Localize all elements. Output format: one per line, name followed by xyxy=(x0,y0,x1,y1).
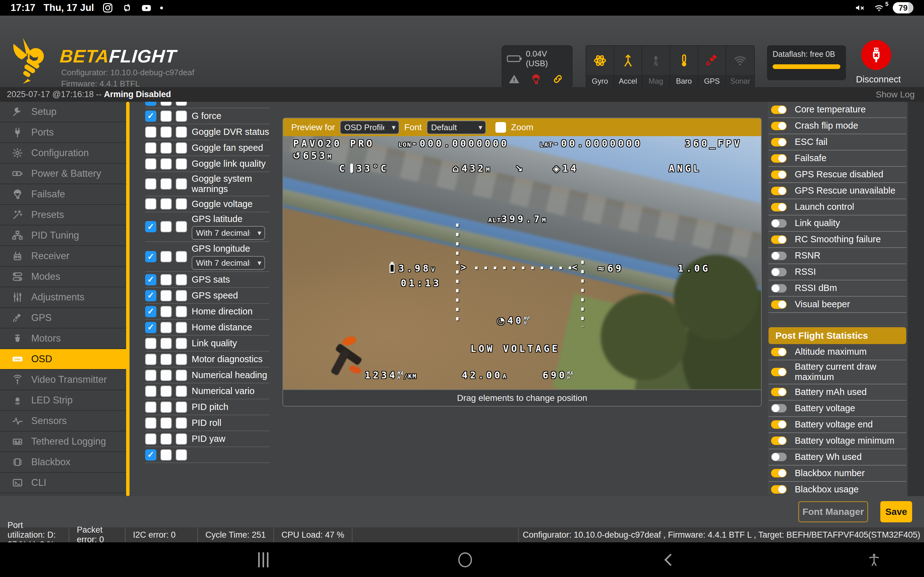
osd-element-checkbox[interactable] xyxy=(145,158,156,169)
post-flight-toggle[interactable] xyxy=(771,388,787,396)
osd-element-checkbox[interactable] xyxy=(161,434,172,445)
osd-profile-select[interactable]: OSD Profile 1 xyxy=(340,121,399,134)
osd-element-checkbox[interactable] xyxy=(176,290,187,301)
warning-toggle[interactable] xyxy=(771,171,787,179)
warning-toggle[interactable] xyxy=(771,138,787,147)
osd-element-checkbox[interactable] xyxy=(145,338,156,349)
osd-element-checkbox[interactable] xyxy=(176,385,187,397)
osd-element-checkbox[interactable] xyxy=(145,449,156,461)
sidebar-item[interactable]: Motors xyxy=(0,329,126,349)
recents-nav-icon[interactable] xyxy=(254,542,272,577)
osd-gps-latitude[interactable]: LAT-00.0000000 xyxy=(540,138,642,149)
sidebar-item[interactable]: OSD OSD xyxy=(0,349,126,370)
warning-toggle[interactable] xyxy=(771,187,787,195)
osd-element-checkbox[interactable] xyxy=(161,251,172,262)
osd-craft-name[interactable]: PAVO20 PRO xyxy=(293,138,375,149)
sidebar-item[interactable]: Setup xyxy=(0,102,126,122)
post-flight-toggle[interactable] xyxy=(771,420,787,429)
osd-flight-mode[interactable]: ANGL xyxy=(669,163,702,174)
post-flight-toggle[interactable] xyxy=(771,348,787,356)
osd-mah-used[interactable]: 690MAH xyxy=(542,370,573,380)
post-flight-toggle[interactable] xyxy=(771,453,787,461)
osd-element-checkbox[interactable] xyxy=(176,434,187,445)
osd-link-quality[interactable]: ≈69 xyxy=(597,263,624,274)
sidebar-item[interactable]: CLI xyxy=(0,473,126,493)
osd-element-checkbox[interactable] xyxy=(145,434,156,445)
osd-timer[interactable]: 01:13 xyxy=(401,277,441,288)
osd-element-checkbox[interactable] xyxy=(161,178,172,190)
osd-element-checkbox[interactable] xyxy=(161,221,172,232)
osd-crosshair-dots[interactable] xyxy=(475,267,572,269)
zoom-checkbox[interactable] xyxy=(496,122,506,133)
osd-element-checkbox[interactable] xyxy=(161,111,172,122)
osd-element-checkbox[interactable] xyxy=(145,290,156,301)
osd-element-checkbox[interactable] xyxy=(161,385,172,397)
osd-element-checkbox[interactable] xyxy=(161,306,172,317)
show-log-button[interactable]: Show Log xyxy=(876,90,914,100)
sidebar-item[interactable]: Failsafe xyxy=(0,184,126,205)
warning-toggle[interactable] xyxy=(771,154,787,163)
sidebar-item[interactable]: Sensors xyxy=(0,411,126,432)
sidebar-item[interactable]: Modes xyxy=(0,267,126,287)
osd-element-checkbox[interactable] xyxy=(176,322,187,333)
font-select[interactable]: Default xyxy=(427,121,486,134)
osd-element-checkbox[interactable] xyxy=(176,338,187,349)
sidebar-item[interactable]: Video Transmitter xyxy=(0,370,126,390)
osd-element-checkbox[interactable] xyxy=(161,102,172,106)
osd-warning-message[interactable]: LOW VOLTAGE xyxy=(470,343,560,354)
osd-element-checkbox[interactable] xyxy=(176,274,187,285)
osd-element-checkbox[interactable] xyxy=(176,126,187,138)
osd-ladder-left[interactable] xyxy=(456,224,459,325)
osd-element-checkbox[interactable] xyxy=(161,142,172,154)
osd-pilot-name[interactable]: 360_FPV xyxy=(685,138,742,149)
disconnect-button[interactable]: Disconnect xyxy=(856,40,897,85)
osd-element-checkbox[interactable] xyxy=(176,198,187,210)
osd-crosshair-right[interactable]: < xyxy=(572,262,580,272)
osd-element-checkbox[interactable] xyxy=(161,449,172,461)
osd-element-checkbox[interactable] xyxy=(176,306,187,317)
osd-element-checkbox[interactable] xyxy=(145,221,156,232)
osd-element-checkbox[interactable] xyxy=(145,274,156,285)
osd-element-checkbox[interactable] xyxy=(145,370,156,381)
osd-element-checkbox[interactable] xyxy=(145,401,156,413)
osd-altitude[interactable]: ALT399.7M xyxy=(488,214,546,224)
warning-toggle[interactable] xyxy=(771,203,787,211)
warning-toggle[interactable] xyxy=(771,268,787,276)
osd-element-checkbox[interactable] xyxy=(161,126,172,138)
osd-element-checkbox[interactable] xyxy=(161,322,172,333)
osd-home-distance[interactable]: ⌂432M xyxy=(452,163,490,174)
post-flight-toggle[interactable] xyxy=(771,368,787,376)
osd-flight-distance[interactable]: ↺653M xyxy=(293,150,332,161)
osd-efficiency[interactable]: 1234MAH/KM xyxy=(365,370,417,380)
osd-element-checkbox[interactable] xyxy=(161,338,172,349)
osd-element-checkbox[interactable] xyxy=(145,142,156,154)
osd-element-checkbox[interactable] xyxy=(161,198,172,210)
element-variant-select[interactable]: With 7 decimals xyxy=(192,256,265,270)
osd-element-checkbox[interactable] xyxy=(161,274,172,285)
osd-element-checkbox[interactable] xyxy=(176,102,187,106)
warning-toggle[interactable] xyxy=(771,235,787,244)
sidebar-item[interactable]: Configuration xyxy=(0,143,126,164)
osd-element-checkbox[interactable] xyxy=(176,221,187,232)
sidebar-item[interactable]: LED Strip xyxy=(0,390,126,411)
save-button[interactable]: Save xyxy=(880,501,912,522)
font-manager-button[interactable]: Font Manager xyxy=(798,501,868,522)
osd-element-checkbox[interactable] xyxy=(176,401,187,413)
osd-element-checkbox[interactable] xyxy=(145,322,156,333)
accessibility-nav-icon[interactable] xyxy=(865,542,884,577)
osd-element-checkbox[interactable] xyxy=(161,401,172,413)
osd-element-checkbox[interactable] xyxy=(161,354,172,365)
osd-element-checkbox[interactable] xyxy=(145,306,156,317)
osd-element-checkbox[interactable] xyxy=(145,354,156,365)
osd-element-checkbox[interactable] xyxy=(145,417,156,429)
osd-element-checkbox[interactable] xyxy=(161,417,172,429)
post-flight-toggle[interactable] xyxy=(771,437,787,445)
back-nav-icon[interactable] xyxy=(661,542,680,577)
warning-toggle[interactable] xyxy=(771,300,787,309)
element-variant-select[interactable]: With 7 decimals xyxy=(192,226,265,240)
post-flight-toggle[interactable] xyxy=(771,469,787,477)
osd-ladder-right[interactable] xyxy=(581,261,584,327)
osd-element-checkbox[interactable] xyxy=(176,417,187,429)
sidebar-item[interactable]: GPS xyxy=(0,308,126,329)
home-nav-icon[interactable] xyxy=(456,542,475,577)
